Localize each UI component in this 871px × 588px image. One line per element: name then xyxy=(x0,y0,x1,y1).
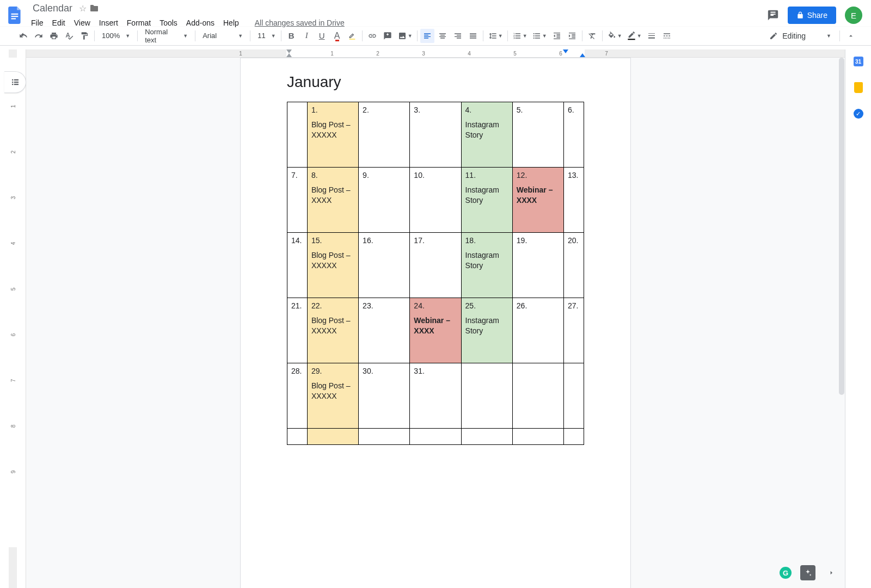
share-label: Share xyxy=(807,11,827,20)
save-status[interactable]: All changes saved in Drive xyxy=(255,18,345,27)
svg-rect-1 xyxy=(11,16,19,17)
image-button[interactable]: ▼ xyxy=(396,29,414,43)
account-avatar[interactable]: E xyxy=(845,7,862,24)
indent-button[interactable] xyxy=(565,29,579,43)
fill-color-button[interactable]: ▼ xyxy=(605,29,624,43)
paragraph-style-select[interactable]: Normal text▼ xyxy=(140,29,192,43)
align-center-button[interactable] xyxy=(436,29,450,43)
outdent-button[interactable] xyxy=(550,29,564,43)
collapse-toolbar-button[interactable] xyxy=(844,29,858,43)
align-left-button[interactable] xyxy=(420,29,434,43)
zoom-select[interactable]: 100%▼ xyxy=(97,29,134,43)
bulleted-list-button[interactable]: ▼ xyxy=(530,29,549,43)
docs-logo-icon[interactable] xyxy=(5,5,25,25)
redo-button[interactable] xyxy=(32,29,46,43)
border-width-button[interactable] xyxy=(645,29,659,43)
svg-rect-3 xyxy=(628,39,635,40)
italic-button[interactable]: I xyxy=(299,29,314,43)
numbered-list-button[interactable]: ▼ xyxy=(511,29,529,43)
menu-edit[interactable]: Edit xyxy=(48,16,69,29)
highlight-button[interactable] xyxy=(345,29,359,43)
undo-button[interactable] xyxy=(16,29,30,43)
svg-rect-2 xyxy=(11,18,16,19)
menu-help[interactable]: Help xyxy=(219,16,243,29)
clear-formatting-button[interactable] xyxy=(585,29,599,43)
text-color-button[interactable]: A xyxy=(330,29,344,43)
menu-add-ons[interactable]: Add-ons xyxy=(182,16,218,29)
border-color-button[interactable]: ▼ xyxy=(625,29,643,43)
menu-file[interactable]: File xyxy=(27,16,47,29)
align-justify-button[interactable] xyxy=(466,29,480,43)
paint-format-button[interactable] xyxy=(77,29,91,43)
menu-insert[interactable]: Insert xyxy=(95,16,122,29)
bold-button[interactable]: B xyxy=(284,29,298,43)
svg-rect-0 xyxy=(11,14,19,15)
header-bar: Calendar ☆ FileEditViewInsertFormatTools… xyxy=(0,0,871,26)
move-folder-icon[interactable] xyxy=(90,4,99,12)
align-right-button[interactable] xyxy=(451,29,465,43)
document-title[interactable]: Calendar xyxy=(29,2,76,15)
font-size-select[interactable]: 11▼ xyxy=(253,29,278,43)
menu-bar: FileEditViewInsertFormatToolsAdd-onsHelp… xyxy=(27,16,767,29)
line-spacing-button[interactable]: ▼ xyxy=(486,29,505,43)
share-button[interactable]: Share xyxy=(788,7,836,24)
star-icon[interactable]: ☆ xyxy=(79,3,87,14)
link-button[interactable] xyxy=(365,29,379,43)
comment-button[interactable] xyxy=(381,29,395,43)
font-family-select[interactable]: Arial▼ xyxy=(198,29,247,43)
underline-button[interactable]: U xyxy=(315,29,329,43)
spellcheck-button[interactable] xyxy=(62,29,76,43)
comments-icon[interactable] xyxy=(767,9,779,21)
mode-select[interactable]: Editing ▼ xyxy=(765,32,836,40)
print-button[interactable] xyxy=(47,29,61,43)
border-style-button[interactable] xyxy=(660,29,674,43)
menu-view[interactable]: View xyxy=(70,16,94,29)
